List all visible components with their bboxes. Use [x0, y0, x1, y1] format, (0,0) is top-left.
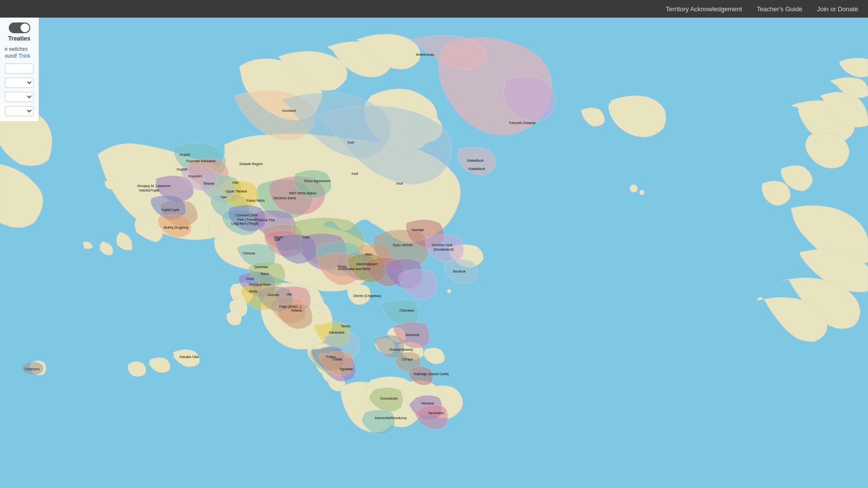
- map-container[interactable]: Avanersuaq Tunumlit Oraaslat Kalaallisui…: [0, 18, 868, 488]
- sidebar-panel: Treaties e switches ound! Think: [0, 18, 39, 121]
- topbar: Territory Acknowledgement Teacher's Guid…: [0, 0, 868, 18]
- nav-teachers-guide[interactable]: Teacher's Guide: [757, 5, 803, 13]
- treaties-label: Treaties: [8, 35, 30, 42]
- svg-point-3: [447, 289, 451, 293]
- dropdown-3[interactable]: [5, 106, 34, 116]
- sidebar-info-text: e switches ound! Think: [5, 46, 34, 60]
- nav-join-or-donate[interactable]: Join or Donate: [817, 5, 858, 13]
- nav-territory-acknowledgement[interactable]: Territory Acknowledgement: [666, 5, 742, 13]
- info-text-before: e switches: [5, 46, 28, 52]
- treaties-toggle[interactable]: [9, 22, 30, 33]
- info-text-after: ound!: [5, 53, 17, 59]
- svg-point-4: [22, 361, 43, 375]
- dropdown-2[interactable]: [5, 92, 34, 102]
- dropdown-1[interactable]: [5, 78, 34, 88]
- info-link[interactable]: Think: [19, 53, 30, 59]
- map-svg: Avanersuaq Tunumlit Oraaslat Kalaallisui…: [0, 18, 868, 488]
- svg-point-2: [640, 190, 644, 195]
- search-input[interactable]: [5, 64, 34, 74]
- treaties-toggle-container: Treaties: [5, 22, 34, 42]
- svg-point-1: [630, 185, 638, 192]
